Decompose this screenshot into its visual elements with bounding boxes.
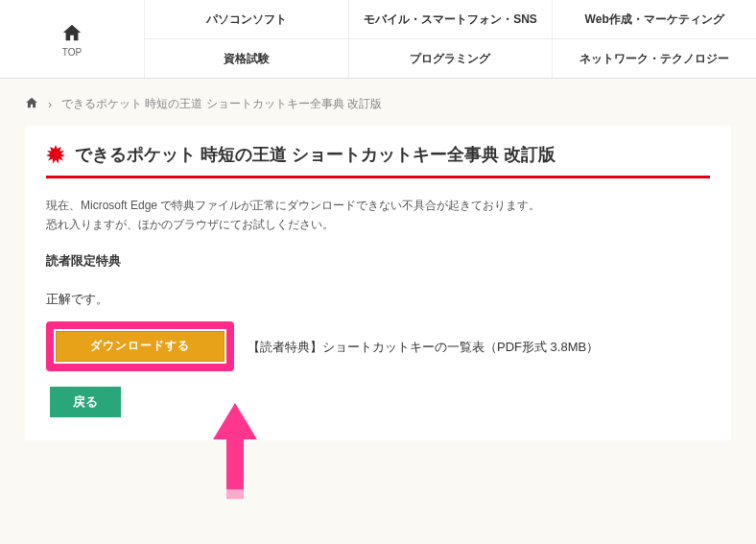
breadcrumb-current: できるポケット 時短の王道 ショートカットキー全事典 改訂版 <box>61 96 382 112</box>
back-button[interactable]: 戻る <box>50 387 121 417</box>
top-nav: TOP パソコンソフト 資格試験 モバイル・スマートフォン・SNS プログラミン… <box>0 0 756 79</box>
nav-link-pc-soft[interactable]: パソコンソフト <box>144 0 348 38</box>
nav-link-qualification[interactable]: 資格試験 <box>144 38 348 78</box>
nav-home[interactable]: TOP <box>0 0 144 78</box>
svg-rect-1 <box>226 499 244 509</box>
download-highlight: ダウンロードする <box>46 321 234 371</box>
home-icon <box>61 22 83 45</box>
download-description: 【読者特典】ショートカットキーの一覧表（PDF形式 3.8MB） <box>248 339 599 356</box>
nav-link-web-marketing[interactable]: Web作成・マーケティング <box>552 0 756 38</box>
nav-link-mobile-sns[interactable]: モバイル・スマートフォン・SNS <box>348 0 553 38</box>
page-title: できるポケット 時短の王道 ショートカットキー全事典 改訂版 <box>75 143 555 166</box>
nav-link-programming[interactable]: プログラミング <box>348 38 553 78</box>
nav-columns: パソコンソフト 資格試験 モバイル・スマートフォン・SNS プログラミング We… <box>144 0 756 78</box>
breadcrumb: › できるポケット 時短の王道 ショートカットキー全事典 改訂版 <box>0 79 756 126</box>
svg-rect-0 <box>226 489 244 509</box>
correct-text: 正解です。 <box>46 291 710 308</box>
title-row: できるポケット 時短の王道 ショートカットキー全事典 改訂版 <box>46 143 710 178</box>
nav-home-label: TOP <box>62 47 82 58</box>
section-heading: 読者限定特典 <box>46 252 710 270</box>
download-area: ダウンロードする 【読者特典】ショートカットキーの一覧表（PDF形式 3.8MB… <box>46 321 710 371</box>
notice-line: 恐れ入りますが、ほかのブラウザにてお試しください。 <box>46 218 334 231</box>
download-button[interactable]: ダウンロードする <box>54 329 226 364</box>
burst-icon <box>46 145 65 164</box>
nav-link-network-tech[interactable]: ネットワーク・テクノロジー <box>552 38 756 78</box>
breadcrumb-home[interactable] <box>25 96 38 112</box>
breadcrumb-separator: › <box>48 98 52 111</box>
notice-text: 現在、Microsoft Edge で特典ファイルが正常にダウンロードできない不… <box>46 196 710 235</box>
content-card: できるポケット 時短の王道 ショートカットキー全事典 改訂版 現在、Micros… <box>25 126 731 440</box>
notice-line: 現在、Microsoft Edge で特典ファイルが正常にダウンロードできない不… <box>46 199 540 212</box>
home-icon <box>25 99 38 112</box>
